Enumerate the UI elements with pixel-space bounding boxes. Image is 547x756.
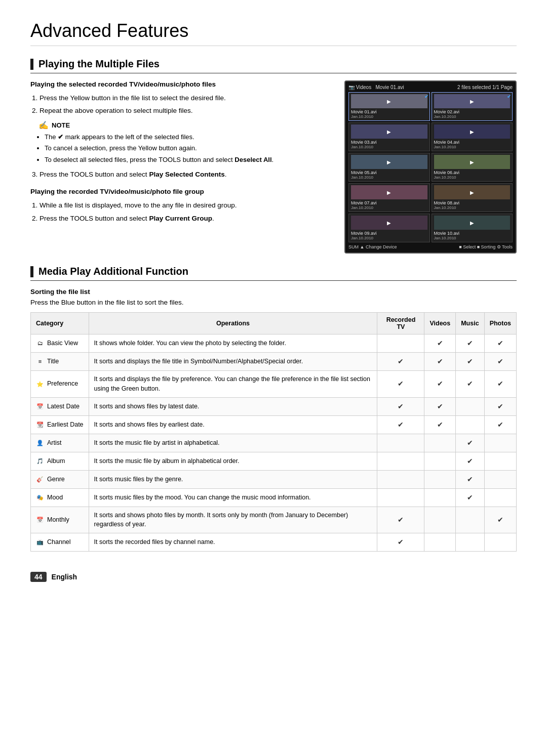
step-1-2: Repeat the above operation to select mul… bbox=[40, 106, 329, 116]
cat-label-5: Artist bbox=[47, 438, 61, 448]
cat-icon-1: ≡ bbox=[36, 358, 44, 366]
recorded-cell-9: ✔ bbox=[377, 507, 424, 533]
videos-cell-2: ✔ bbox=[424, 371, 456, 398]
col-header-photos: Photos bbox=[484, 313, 516, 334]
recorded-cell-4: ✔ bbox=[377, 415, 424, 434]
music-cell-9 bbox=[456, 507, 484, 533]
cat-label-8: Mood bbox=[47, 493, 63, 502]
subsection1-title: Playing the selected recorded TV/video/m… bbox=[30, 80, 329, 88]
category-cell-6: 🎵Album bbox=[31, 452, 89, 470]
step-2-2: Press the TOOLS button and select Play C… bbox=[40, 214, 329, 224]
category-cell-1: ≡Title bbox=[31, 353, 89, 371]
table-header-row: Category Operations Recorded TV Videos M… bbox=[31, 313, 517, 334]
section1-header: Playing the Multiple Files bbox=[30, 58, 517, 73]
recorded-cell-2: ✔ bbox=[377, 371, 424, 398]
recorded-cell-5 bbox=[377, 434, 424, 452]
tv-cell-1: ▶ Movie 02.avi Jan.10.2010 ✔ bbox=[432, 92, 513, 121]
step-2-1: While a file list is displayed, move to … bbox=[40, 200, 329, 211]
tv-bottom-right: ■ Select ■ Sorting ⚙ Tools bbox=[459, 244, 513, 249]
videos-cell-5 bbox=[424, 434, 456, 452]
section2-title: Media Play Additional Function bbox=[38, 266, 188, 277]
cat-label-3: Latest Date bbox=[47, 402, 80, 411]
cat-icon-10: 📺 bbox=[36, 538, 44, 547]
check-icon: ✔ bbox=[467, 457, 473, 465]
recorded-cell-6 bbox=[377, 452, 424, 470]
check-icon: ✔ bbox=[398, 516, 404, 524]
cat-icon-9: 📅 bbox=[36, 516, 44, 524]
videos-cell-4: ✔ bbox=[424, 415, 456, 434]
steps-list-2: While a file list is displayed, move to … bbox=[30, 200, 329, 224]
tv-cell-8: ▶ Movie 09.avi Jan.10.2010 bbox=[348, 214, 430, 242]
tv-screenshot-container: 📷 Videos Movie 01.avi 2 files selected 1… bbox=[344, 80, 517, 254]
photos-cell-9: ✔ bbox=[484, 507, 516, 533]
cat-icon-2: ⭐ bbox=[36, 380, 44, 388]
music-cell-5: ✔ bbox=[456, 434, 484, 452]
check-icon: ✔ bbox=[467, 493, 473, 501]
tv-cell-2: ▶ Movie 03.avi Jan.10.2010 bbox=[348, 122, 430, 151]
operation-cell-8: It sorts music files by the mood. You ca… bbox=[89, 488, 377, 507]
check-icon: ✔ bbox=[497, 357, 503, 365]
page-number-area: 44 English bbox=[30, 572, 517, 582]
operation-cell-1: It sorts and displays the file title in … bbox=[89, 353, 377, 371]
step-1-3: Press the TOOLS button and select Play S… bbox=[40, 170, 329, 180]
check-icon: ✔ bbox=[398, 538, 404, 546]
category-cell-3: 📅Latest Date bbox=[31, 397, 89, 415]
photos-cell-3: ✔ bbox=[484, 397, 516, 415]
cat-label-2: Preference bbox=[47, 379, 78, 389]
music-cell-6: ✔ bbox=[456, 452, 484, 470]
photos-cell-4: ✔ bbox=[484, 415, 516, 434]
check-icon: ✔ bbox=[398, 357, 404, 365]
sorting-desc: Press the Blue button in the file list t… bbox=[30, 299, 517, 306]
category-cell-0: 🗂Basic View bbox=[31, 334, 89, 353]
cat-label-4: Earliest Date bbox=[47, 420, 84, 430]
cat-label-10: Channel bbox=[47, 537, 71, 547]
check-icon: ✔ bbox=[497, 380, 503, 388]
cat-icon-7: 🎸 bbox=[36, 475, 44, 483]
tv-grid: ▶ Movie 01.avi Jan.10.2010 ✔ ▶ Movie 02.… bbox=[348, 92, 513, 242]
cat-icon-8: 🎭 bbox=[36, 493, 44, 501]
note-icon: ✍ bbox=[38, 120, 49, 130]
table-row: 🗂Basic ViewIt shows whole folder. You ca… bbox=[31, 334, 517, 353]
operation-cell-6: It sorts the music file by album in alph… bbox=[89, 452, 377, 470]
table-row: 👤ArtistIt sorts the music file by artist… bbox=[31, 434, 517, 452]
note-item-3: To deselect all selected files, press th… bbox=[45, 155, 329, 165]
photos-cell-1: ✔ bbox=[484, 353, 516, 371]
table-row: 🎸GenreIt sorts music files by the genre.… bbox=[31, 470, 517, 488]
music-cell-10 bbox=[456, 533, 484, 552]
music-cell-1: ✔ bbox=[456, 353, 484, 371]
tv-cell-0: ▶ Movie 01.avi Jan.10.2010 ✔ bbox=[348, 92, 430, 121]
recorded-cell-10: ✔ bbox=[377, 533, 424, 552]
tv-cell-6: ▶ Movie 07.avi Jan.10.2010 bbox=[348, 183, 430, 212]
cat-label-7: Genre bbox=[47, 475, 65, 484]
cat-label-9: Monthly bbox=[47, 515, 69, 525]
check-icon: ✔ bbox=[467, 475, 473, 483]
check-icon: ✔ bbox=[437, 421, 443, 429]
check-icon: ✔ bbox=[497, 421, 503, 429]
photos-cell-10 bbox=[484, 533, 516, 552]
note-title: ✍ NOTE bbox=[38, 120, 329, 130]
category-cell-7: 🎸Genre bbox=[31, 470, 89, 488]
videos-cell-6 bbox=[424, 452, 456, 470]
tv-screenshot: 📷 Videos Movie 01.avi 2 files selected 1… bbox=[344, 80, 517, 254]
tv-thumb-9: ▶ bbox=[434, 216, 511, 230]
photos-cell-7 bbox=[484, 470, 516, 488]
check-icon: ✔ bbox=[437, 380, 443, 388]
category-cell-4: 📆Earliest Date bbox=[31, 415, 89, 434]
check-icon: ✔ bbox=[398, 402, 404, 410]
tv-bottom-bar: SUM ▲ Change Device ■ Select ■ Sorting ⚙… bbox=[348, 244, 513, 249]
table-row: 🎵AlbumIt sorts the music file by album i… bbox=[31, 452, 517, 470]
check-icon: ✔ bbox=[437, 402, 443, 410]
tv-label: 📷 Videos Movie 01.avi bbox=[348, 85, 404, 90]
table-body: 🗂Basic ViewIt shows whole folder. You ca… bbox=[31, 334, 517, 552]
subsection2-title: Playing the recorded TV/video/music/phot… bbox=[30, 188, 329, 195]
music-cell-3 bbox=[456, 397, 484, 415]
check-icon: ✔ bbox=[497, 402, 503, 410]
check-icon: ✔ bbox=[467, 439, 473, 447]
check-icon: ✔ bbox=[398, 380, 404, 388]
tv-thumb-5: ▶ bbox=[434, 155, 511, 169]
videos-cell-9 bbox=[424, 507, 456, 533]
col-header-music: Music bbox=[456, 313, 484, 334]
step-1-1: Press the Yellow button in the file list… bbox=[40, 93, 329, 103]
videos-cell-7 bbox=[424, 470, 456, 488]
category-cell-5: 👤Artist bbox=[31, 434, 89, 452]
